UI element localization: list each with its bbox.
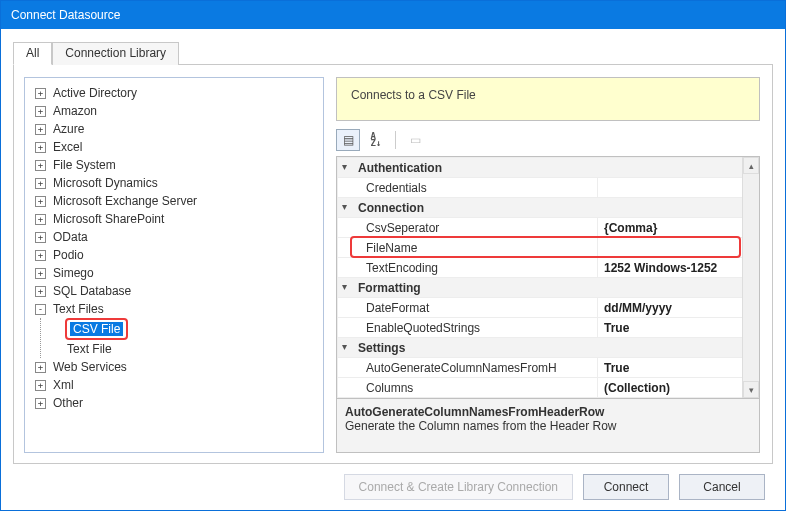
category-settings[interactable]: Settings <box>358 341 405 355</box>
property-description-box: AutoGenerateColumnNamesFromHeaderRow Gen… <box>337 398 759 452</box>
tree-indent <box>49 344 60 355</box>
tree-item-simego[interactable]: +Simego <box>35 264 321 282</box>
prop-enable-quoted-strings[interactable]: EnableQuotedStrings <box>338 318 598 338</box>
plus-icon[interactable]: + <box>35 106 46 117</box>
tree-item-microsoft-sharepoint[interactable]: +Microsoft SharePoint <box>35 210 321 228</box>
vertical-scrollbar[interactable]: ▴ ▾ <box>742 157 759 398</box>
tree-item-amazon[interactable]: +Amazon <box>35 102 321 120</box>
property-pages-icon: ▭ <box>410 133 421 147</box>
plus-icon[interactable]: + <box>35 196 46 207</box>
plus-icon[interactable]: + <box>35 124 46 135</box>
plus-icon[interactable]: + <box>35 232 46 243</box>
tree-indent <box>49 324 60 335</box>
prop-date-format[interactable]: DateFormat <box>338 298 598 318</box>
prop-credentials-value[interactable] <box>598 178 759 198</box>
window-title: Connect Datasource <box>1 1 785 29</box>
categorized-view-button[interactable]: ▤ <box>336 129 360 151</box>
scroll-down-icon[interactable]: ▾ <box>743 381 759 398</box>
plus-icon[interactable]: + <box>35 214 46 225</box>
tree-item-web-services[interactable]: +Web Services <box>35 358 321 376</box>
annotation-selected-tree-item: CSV File <box>65 318 128 340</box>
property-grid[interactable]: ▾Authentication Credentials ▾Connection … <box>336 156 760 453</box>
category-formatting[interactable]: Formatting <box>358 281 421 295</box>
tree-item-xml[interactable]: +Xml <box>35 376 321 394</box>
plus-icon[interactable]: + <box>35 286 46 297</box>
plus-icon[interactable]: + <box>35 88 46 99</box>
plus-icon[interactable]: + <box>35 178 46 189</box>
tree-item-text-files[interactable]: -Text Files <box>35 300 321 318</box>
tree-item-azure[interactable]: +Azure <box>35 120 321 138</box>
prop-auto-generate-column-names-value[interactable]: True <box>598 358 759 378</box>
tree-item-microsoft-exchange-server[interactable]: +Microsoft Exchange Server <box>35 192 321 210</box>
plus-icon[interactable]: + <box>35 362 46 373</box>
az-sort-icon: AZ↓ <box>371 133 382 147</box>
plus-icon[interactable]: + <box>35 250 46 261</box>
tree-item-excel[interactable]: +Excel <box>35 138 321 156</box>
provider-description: Connects to a CSV File <box>336 77 760 121</box>
chevron-down-icon[interactable]: ▾ <box>342 161 347 172</box>
prop-enable-quoted-strings-value[interactable]: True <box>598 318 759 338</box>
prop-filename-value[interactable] <box>598 238 759 258</box>
plus-icon[interactable]: + <box>35 268 46 279</box>
prop-columns-value[interactable]: (Collection) <box>598 378 759 398</box>
property-toolbar: ▤ AZ↓ ▭ <box>336 127 760 153</box>
chevron-down-icon[interactable]: ▾ <box>342 341 347 352</box>
property-description-header: AutoGenerateColumnNamesFromHeaderRow <box>345 405 751 419</box>
prop-text-encoding[interactable]: TextEncoding <box>338 258 598 278</box>
chevron-down-icon[interactable]: ▾ <box>342 281 347 292</box>
plus-icon[interactable]: + <box>35 398 46 409</box>
tree-item-file-system[interactable]: +File System <box>35 156 321 174</box>
tree-item-active-directory[interactable]: +Active Directory <box>35 84 321 102</box>
prop-csv-separator-value[interactable]: {Comma} <box>598 218 759 238</box>
tree-item-csv-file[interactable]: CSV File <box>49 318 321 340</box>
categorized-icon: ▤ <box>343 133 354 147</box>
tree-item-podio[interactable]: +Podio <box>35 246 321 264</box>
toolbar-separator <box>395 131 396 149</box>
tree-item-odata[interactable]: +OData <box>35 228 321 246</box>
tree-item-text-file[interactable]: Text File <box>49 340 321 358</box>
scroll-up-icon[interactable]: ▴ <box>743 157 759 174</box>
tree-item-microsoft-dynamics[interactable]: +Microsoft Dynamics <box>35 174 321 192</box>
tree-item-other[interactable]: +Other <box>35 394 321 412</box>
plus-icon[interactable]: + <box>35 160 46 171</box>
prop-auto-generate-column-names[interactable]: AutoGenerateColumnNamesFromH <box>338 358 598 378</box>
chevron-down-icon[interactable]: ▾ <box>342 201 347 212</box>
connect-create-library-button: Connect & Create Library Connection <box>344 474 573 500</box>
prop-filename[interactable]: FileName <box>338 238 598 258</box>
datasource-tree[interactable]: +Active Directory +Amazon +Azure +Excel … <box>24 77 324 453</box>
connect-button[interactable]: Connect <box>583 474 669 500</box>
property-pages-button[interactable]: ▭ <box>403 129 427 151</box>
prop-text-encoding-value[interactable]: 1252 Windows-1252 <box>598 258 759 278</box>
prop-credentials[interactable]: Credentials <box>338 178 598 198</box>
minus-icon[interactable]: - <box>35 304 46 315</box>
property-description-body: Generate the Column names from the Heade… <box>345 419 751 433</box>
prop-date-format-value[interactable]: dd/MM/yyyy <box>598 298 759 318</box>
prop-csv-separator[interactable]: CsvSeperator <box>338 218 598 238</box>
category-authentication[interactable]: Authentication <box>358 161 442 175</box>
tabs-bar: All Connection Library <box>13 41 773 65</box>
tree-item-sql-database[interactable]: +SQL Database <box>35 282 321 300</box>
cancel-button[interactable]: Cancel <box>679 474 765 500</box>
plus-icon[interactable]: + <box>35 380 46 391</box>
prop-columns[interactable]: Columns <box>338 378 598 398</box>
alphabetical-view-button[interactable]: AZ↓ <box>364 129 388 151</box>
plus-icon[interactable]: + <box>35 142 46 153</box>
tab-all[interactable]: All <box>13 42 52 65</box>
category-connection[interactable]: Connection <box>358 201 424 215</box>
tab-connection-library[interactable]: Connection Library <box>52 42 179 65</box>
